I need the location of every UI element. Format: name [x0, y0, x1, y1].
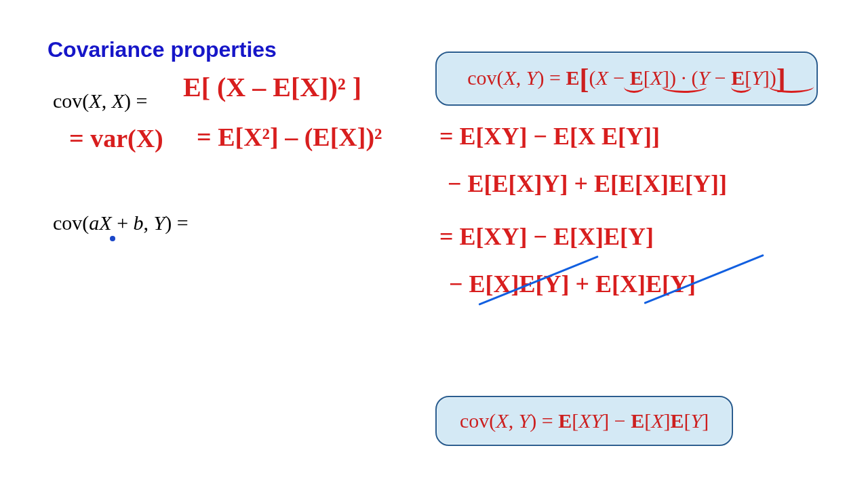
t: X: [595, 66, 608, 89]
t: Y: [526, 66, 538, 89]
arc-under-y-icon: [731, 87, 751, 93]
derivation-line-4: − E[X]E[Y] + E[X]E[Y]: [449, 270, 696, 298]
definition-formula: cov(X, Y) = E[(X − E[X]) · (Y − E[Y])]: [467, 66, 786, 89]
t: E: [566, 66, 579, 89]
derivation-line-1: = E[XY] − E[X E[Y]]: [439, 122, 660, 150]
t: ,: [516, 66, 526, 89]
t: (: [589, 66, 595, 89]
definition-box: cov(X, Y) = E[(X − E[X]) · (Y − E[Y])]: [435, 52, 818, 106]
t: X: [503, 66, 515, 89]
t: [Y]: [745, 66, 770, 89]
t: cov(: [467, 66, 503, 89]
slide: Covariance properties cov(X, X) = E[ (X …: [0, 0, 868, 488]
t: E: [731, 66, 745, 89]
t: (: [692, 66, 698, 89]
t: −: [608, 66, 630, 89]
pointer-dot-icon: [110, 236, 115, 241]
t: ): [770, 66, 776, 89]
t: −: [709, 66, 731, 89]
cov-axb-text: cov(aX + b, Y) =: [53, 211, 189, 234]
result-formula: cov(X, Y) = E[XY] − E[X]E[Y]: [460, 409, 709, 432]
cov-xx-rhs-hand: E[ (X – E[X])² ]: [183, 71, 361, 103]
t: ) =: [537, 66, 566, 89]
cov-axb-lhs: cov(aX + b, Y) =: [53, 211, 189, 235]
t: Y: [698, 66, 710, 89]
result-box: cov(X, Y) = E[XY] − E[X]E[Y]: [435, 396, 733, 446]
t: ·: [676, 66, 692, 89]
t: ): [669, 66, 676, 89]
t: [X]: [644, 66, 669, 89]
arc-under-x-icon: [624, 87, 644, 93]
derivation-line-3: = E[XY] − E[X]E[Y]: [439, 222, 654, 251]
cov-xx-lhs-text: cov(X, X) =: [53, 89, 147, 112]
derivation-line-2: − E[E[X]Y] + E[E[X]E[Y]]: [448, 169, 727, 198]
arc-under-ex-icon: [662, 87, 707, 93]
t: E: [630, 66, 644, 89]
t: [: [579, 63, 589, 94]
cov-xx-lhs: cov(X, X) =: [53, 89, 147, 113]
page-title: Covariance properties: [47, 37, 277, 62]
var-x-hand: = var(X): [69, 123, 163, 153]
var-x-expand-hand: = E[X²] – (E[X])²: [197, 122, 382, 152]
